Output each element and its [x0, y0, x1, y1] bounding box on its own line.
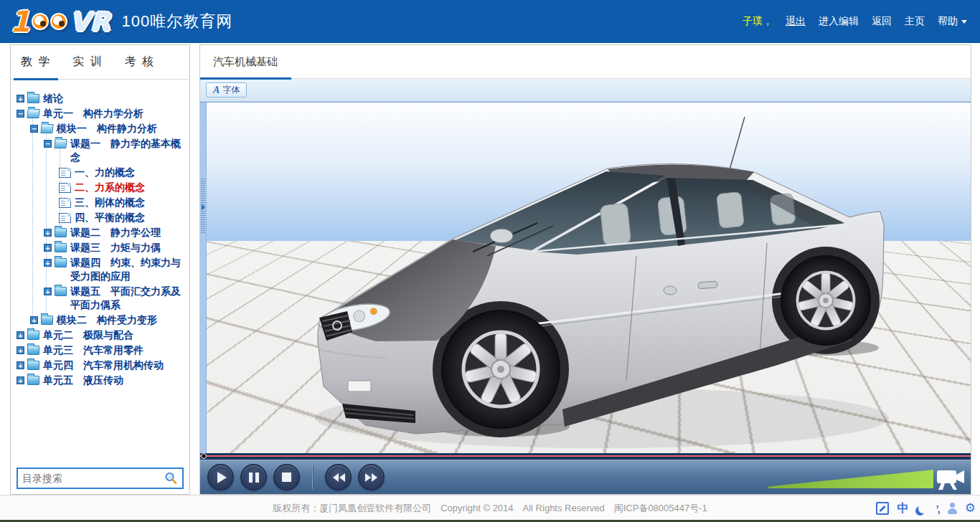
viewer-toolbar: A 字体: [200, 79, 971, 102]
tree-item[interactable]: −单元一 构件力学分析: [11, 107, 189, 120]
volume-wedge[interactable]: [768, 470, 933, 488]
expand-plus-icon[interactable]: +: [44, 259, 52, 267]
enter-edit-link[interactable]: 进入编辑: [819, 15, 859, 28]
panel-splitter[interactable]: [200, 103, 207, 453]
tab-teaching[interactable]: 教 学: [21, 54, 51, 70]
folder-closed-icon: [27, 376, 39, 385]
user-icon[interactable]: [947, 503, 957, 514]
tree-item-label[interactable]: 二、力系的概念: [75, 181, 145, 194]
ime-pen-icon[interactable]: [876, 502, 889, 515]
tab-course-title[interactable]: 汽车机械基础: [200, 55, 278, 69]
tab-training[interactable]: 实 训: [72, 54, 103, 70]
tree-item[interactable]: +课题二 静力学公理: [11, 226, 189, 239]
gear-icon[interactable]: ⚙: [965, 502, 976, 515]
content-tabrow: 汽车机械基础: [200, 45, 971, 79]
tree-item[interactable]: 三、刚体的概念: [11, 196, 189, 209]
back-link[interactable]: 返回: [872, 15, 892, 28]
header: 1 VR 100唯尔教育网 子璞， 退出 进入编辑 返回 主页 帮助: [0, 0, 980, 43]
doc-icon: [59, 183, 71, 193]
search-input[interactable]: [22, 473, 164, 484]
folder-open-icon: [54, 139, 67, 148]
folder-closed-icon: [55, 228, 67, 237]
sidebar-tabs: 教 学 实 训 考 核: [11, 45, 189, 80]
pause-icon: [249, 473, 259, 483]
tree-item-label[interactable]: 单元三 汽车常用零件: [43, 343, 143, 357]
font-a-icon: A: [213, 85, 220, 96]
expand-plus-icon[interactable]: +: [17, 331, 24, 339]
tree-item[interactable]: 二、力系的概念: [11, 181, 189, 194]
header-links: 子璞， 退出 进入编辑 返回 主页 帮助: [743, 0, 967, 43]
pause-button[interactable]: [240, 464, 267, 490]
punctuation-icon[interactable]: ’,: [936, 503, 938, 515]
tree-item[interactable]: −课题一 静力学的基本概念: [11, 137, 189, 164]
expand-plus-icon[interactable]: +: [17, 346, 24, 354]
expand-plus-icon[interactable]: +: [44, 229, 52, 237]
folder-closed-icon: [41, 315, 53, 325]
folder-closed-icon: [55, 287, 67, 296]
expand-plus-icon[interactable]: +: [17, 95, 24, 103]
video-camera-icon[interactable]: [935, 465, 966, 491]
rewind-button[interactable]: [325, 464, 352, 490]
tree-item-label[interactable]: 课题五 平面汇交力系及平面力偶系: [70, 285, 189, 312]
collapse-minus-icon[interactable]: −: [44, 140, 52, 148]
logo-eye-icon: [50, 13, 67, 30]
car-3d-model[interactable]: [200, 103, 963, 453]
tree-item[interactable]: 四、平衡的概念: [11, 211, 189, 224]
tree-item-label[interactable]: 单元一 构件力学分析: [43, 107, 143, 120]
collapse-minus-icon[interactable]: −: [30, 125, 38, 133]
logo-vr-text: VR: [70, 7, 110, 37]
tree-item[interactable]: +课题四 约束、约束力与受力图的应用: [11, 256, 189, 283]
expand-plus-icon[interactable]: +: [17, 361, 24, 369]
tree-item-label[interactable]: 单元五 液压传动: [43, 374, 123, 387]
fast-forward-button[interactable]: [358, 464, 385, 490]
tree-item-label[interactable]: 课题二 静力学公理: [70, 226, 161, 239]
tree-item-label[interactable]: 课题四 约束、约束力与受力图的应用: [70, 256, 189, 283]
ime-language-indicator[interactable]: 中: [897, 502, 908, 515]
expand-plus-icon[interactable]: +: [17, 376, 24, 384]
tree-item-label[interactable]: 单元二 极限与配合: [43, 328, 133, 342]
rewind-icon: [332, 473, 345, 482]
tab-assessment[interactable]: 考 核: [125, 54, 155, 70]
help-menu[interactable]: 帮助: [938, 15, 967, 28]
tree-item[interactable]: 一、力的概念: [11, 166, 189, 179]
site-logo[interactable]: 1 VR: [10, 5, 110, 38]
collapse-minus-icon[interactable]: −: [17, 110, 24, 118]
logout-link[interactable]: 退出: [786, 15, 806, 28]
tree-item-label[interactable]: 课题一 静力学的基本概念: [70, 137, 189, 164]
tree-item-label[interactable]: 三、刚体的概念: [75, 196, 145, 209]
tree-item[interactable]: −模块一 构件静力分析: [11, 122, 189, 136]
play-button[interactable]: [207, 464, 234, 490]
stop-icon: [282, 473, 291, 482]
tree-item-label[interactable]: 单元四 汽车常用机构传动: [43, 359, 164, 372]
tree-item[interactable]: +单元五 液压传动: [11, 374, 189, 387]
tree-item[interactable]: +单元二 极限与配合: [11, 328, 189, 342]
tree-item[interactable]: +绪论: [11, 92, 189, 105]
seek-knob[interactable]: [201, 453, 207, 459]
tree-item[interactable]: +单元四 汽车常用机构传动: [11, 359, 189, 372]
expand-plus-icon[interactable]: +: [44, 244, 52, 252]
search-icon[interactable]: [164, 471, 178, 485]
tree-item-label[interactable]: 绪论: [43, 92, 63, 105]
player-seekbar[interactable]: [200, 453, 971, 460]
catalog-search-box: [17, 468, 184, 489]
tree-item[interactable]: +模块二 构件受力变形: [11, 313, 189, 327]
tree-item[interactable]: +单元三 汽车常用零件: [11, 343, 189, 357]
folder-closed-icon: [55, 243, 67, 252]
moon-halfwidth-icon[interactable]: [918, 504, 928, 513]
home-link[interactable]: 主页: [905, 15, 925, 28]
expand-plus-icon[interactable]: +: [30, 316, 38, 324]
expand-plus-icon[interactable]: +: [44, 288, 52, 295]
play-icon: [217, 472, 227, 483]
tree-item[interactable]: +课题三 力矩与力偶: [11, 241, 189, 255]
tree-item-label[interactable]: 模块一 构件静力分析: [57, 122, 157, 136]
tree-item-label[interactable]: 课题三 力矩与力偶: [70, 241, 161, 255]
tree-item-label[interactable]: 模块二 构件受力变形: [57, 313, 157, 327]
tree-item[interactable]: +课题五 平面汇交力系及平面力偶系: [11, 285, 189, 312]
font-button[interactable]: A 字体: [206, 82, 247, 98]
tree-item-label[interactable]: 四、平衡的概念: [75, 211, 145, 224]
tree-item-label[interactable]: 一、力的概念: [75, 166, 135, 179]
chevron-down-icon: [961, 20, 967, 24]
stop-button[interactable]: [273, 464, 300, 490]
3d-viewer[interactable]: [200, 102, 971, 453]
doc-icon: [59, 213, 71, 223]
